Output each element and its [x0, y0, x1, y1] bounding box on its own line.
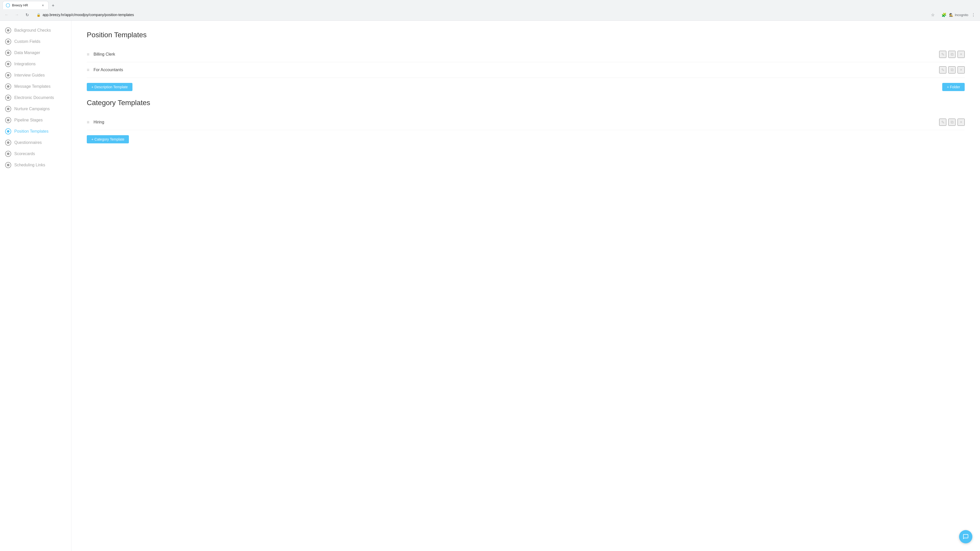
sidebar-item-icon-scheduling-links: [5, 162, 11, 168]
sidebar-item-custom-fields[interactable]: Custom Fields: [0, 36, 71, 47]
forward-button[interactable]: →: [13, 11, 21, 19]
sidebar-item-label-nurture-campaigns: Nurture Campaigns: [14, 106, 50, 111]
position-templates-buttons: + Description Template + Folder: [87, 83, 965, 91]
category-templates-buttons: + Category Template: [87, 135, 965, 143]
tab-bar: Breezy HR × +: [0, 0, 980, 9]
category-templates-list: ≡ Hiring ✎ ⧉ ×: [87, 114, 965, 130]
sidebar-item-scorecards[interactable]: Scorecards: [0, 148, 71, 159]
back-button[interactable]: ←: [3, 11, 11, 19]
sidebar-item-data-manager[interactable]: Data Manager: [0, 47, 71, 59]
new-tab-button[interactable]: +: [49, 2, 57, 9]
refresh-button[interactable]: ↻: [23, 11, 31, 19]
svg-point-6: [7, 85, 10, 88]
svg-point-3: [7, 52, 10, 54]
menu-button[interactable]: ⋮: [969, 11, 977, 19]
category-templates-section: Category Templates ≡ Hiring ✎ ⧉ × + Cate…: [87, 99, 965, 143]
add-category-template-button[interactable]: + Category Template: [87, 135, 129, 143]
sidebar-item-position-templates[interactable]: Position Templates: [0, 126, 71, 137]
app-container: Background Checks Custom Fields Data Man…: [0, 21, 980, 551]
chat-button[interactable]: [959, 530, 972, 543]
tab-close-button[interactable]: ×: [41, 3, 45, 8]
sidebar-item-message-templates[interactable]: Message Templates: [0, 81, 71, 92]
sidebar-item-label-scheduling-links: Scheduling Links: [14, 163, 45, 167]
sidebar-item-label-message-templates: Message Templates: [14, 84, 51, 89]
svg-point-1: [7, 29, 10, 32]
row-actions: ✎ ⧉ ×: [939, 66, 965, 73]
copy-button[interactable]: ⧉: [948, 51, 956, 58]
row-actions: ✎ ⧉ ×: [939, 119, 965, 126]
sidebar-item-icon-interview-guides: [5, 72, 11, 78]
svg-point-11: [7, 141, 10, 144]
active-tab[interactable]: Breezy HR ×: [3, 1, 48, 9]
add-description-template-button[interactable]: + Description Template: [87, 83, 132, 91]
sidebar-item-icon-data-manager: [5, 50, 11, 56]
position-templates-list: ≡ Billing Clerk ✎ ⧉ × ≡ For Accountants …: [87, 47, 965, 78]
add-folder-button[interactable]: + Folder: [942, 83, 965, 91]
copy-button[interactable]: ⧉: [948, 119, 956, 126]
copy-button[interactable]: ⧉: [948, 66, 956, 73]
sidebar-item-background-checks[interactable]: Background Checks: [0, 25, 71, 36]
sidebar-item-icon-integrations: [5, 61, 11, 67]
svg-point-7: [7, 97, 10, 99]
template-row-name: For Accountants: [94, 68, 939, 72]
position-template-row: ≡ Billing Clerk ✎ ⧉ ×: [87, 47, 965, 62]
bookmark-icon[interactable]: ☆: [931, 13, 935, 17]
sidebar-item-label-electronic-documents: Electronic Documents: [14, 95, 54, 100]
sidebar-item-label-pipeline-stages: Pipeline Stages: [14, 118, 43, 122]
sidebar-item-interview-guides[interactable]: Interview Guides: [0, 70, 71, 81]
browser-chrome: Breezy HR × + ← → ↻ 🔒 app.breezy.hr/app/…: [0, 0, 980, 21]
sidebar-item-questionnaires[interactable]: Questionnaires: [0, 137, 71, 148]
main-content: Position Templates ≡ Billing Clerk ✎ ⧉ ×…: [72, 21, 980, 551]
tab-favicon: [6, 3, 10, 7]
sidebar-item-label-interview-guides: Interview Guides: [14, 73, 45, 78]
edit-button[interactable]: ✎: [939, 51, 946, 58]
svg-point-12: [7, 152, 10, 155]
sidebar-item-label-integrations: Integrations: [14, 62, 36, 66]
list-icon: ≡: [87, 52, 89, 57]
sidebar-item-icon-pipeline-stages: [5, 117, 11, 123]
sidebar-item-label-data-manager: Data Manager: [14, 51, 40, 55]
sidebar-item-icon-custom-fields: [5, 38, 11, 44]
svg-point-10: [7, 130, 10, 133]
delete-button[interactable]: ×: [958, 119, 965, 126]
sidebar-item-icon-questionnaires: [5, 140, 11, 146]
svg-point-4: [7, 63, 10, 65]
sidebar-item-integrations[interactable]: Integrations: [0, 59, 71, 70]
sidebar-item-icon-background-checks: [5, 27, 11, 33]
sidebar-item-label-scorecards: Scorecards: [14, 151, 35, 156]
sidebar-item-label-background-checks: Background Checks: [14, 28, 51, 33]
list-icon: ≡: [87, 120, 89, 125]
address-bar[interactable]: 🔒 app.breezy.hr/app/c/moodjoy/company/po…: [33, 11, 938, 19]
svg-point-8: [7, 108, 10, 110]
sidebar-item-scheduling-links[interactable]: Scheduling Links: [0, 159, 71, 171]
toolbar-actions: 🧩 🕵️ Incognito ⋮: [940, 11, 977, 19]
list-icon: ≡: [87, 67, 89, 73]
svg-point-0: [6, 3, 10, 7]
row-actions: ✎ ⧉ ×: [939, 51, 965, 58]
position-template-row: ≡ For Accountants ✎ ⧉ ×: [87, 62, 965, 78]
svg-point-5: [7, 74, 10, 76]
tab-title: Breezy HR: [12, 3, 38, 7]
sidebar-item-icon-electronic-documents: [5, 95, 11, 101]
sidebar-item-icon-position-templates: [5, 128, 11, 135]
incognito-label: Incognito: [955, 13, 968, 17]
position-templates-section: Position Templates ≡ Billing Clerk ✎ ⧉ ×…: [87, 31, 965, 91]
url-text: app.breezy.hr/app/c/moodjoy/company/posi…: [43, 13, 929, 17]
template-row-name: Hiring: [94, 120, 939, 124]
sidebar-item-icon-scorecards: [5, 151, 11, 157]
sidebar-item-nurture-campaigns[interactable]: Nurture Campaigns: [0, 103, 71, 114]
edit-button[interactable]: ✎: [939, 119, 946, 126]
edit-button[interactable]: ✎: [939, 66, 946, 73]
delete-button[interactable]: ×: [958, 66, 965, 73]
category-templates-title: Category Templates: [87, 99, 965, 107]
position-templates-title: Position Templates: [87, 31, 965, 39]
sidebar-item-icon-message-templates: [5, 83, 11, 89]
sidebar-item-pipeline-stages[interactable]: Pipeline Stages: [0, 114, 71, 126]
sidebar-item-label-questionnaires: Questionnaires: [14, 140, 42, 145]
category-template-row: ≡ Hiring ✎ ⧉ ×: [87, 114, 965, 130]
template-row-name: Billing Clerk: [94, 52, 939, 57]
sidebar-item-electronic-documents[interactable]: Electronic Documents: [0, 92, 71, 103]
svg-point-2: [7, 40, 10, 43]
extensions-button[interactable]: 🧩: [940, 11, 948, 19]
delete-button[interactable]: ×: [958, 51, 965, 58]
